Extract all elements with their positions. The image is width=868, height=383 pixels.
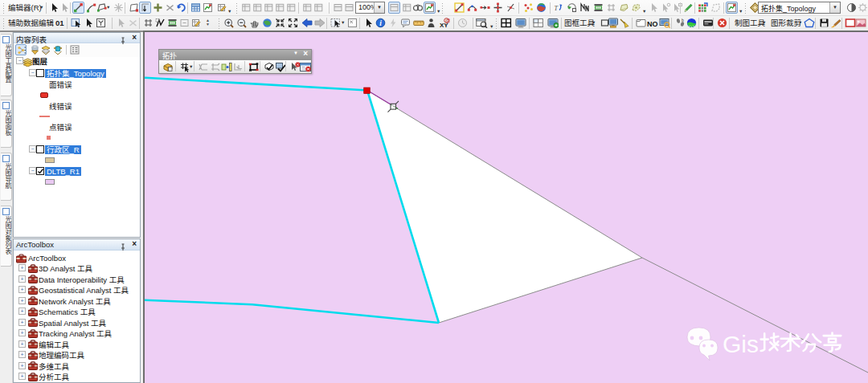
svg-text:Gis: Gis: [723, 331, 759, 357]
svg-text:NO: NO: [647, 20, 658, 28]
svg-text:@: @: [445, 18, 450, 23]
svg-text:b: b: [682, 18, 684, 22]
svg-text:i: i: [379, 19, 382, 27]
svg-text:T: T: [554, 5, 558, 12]
